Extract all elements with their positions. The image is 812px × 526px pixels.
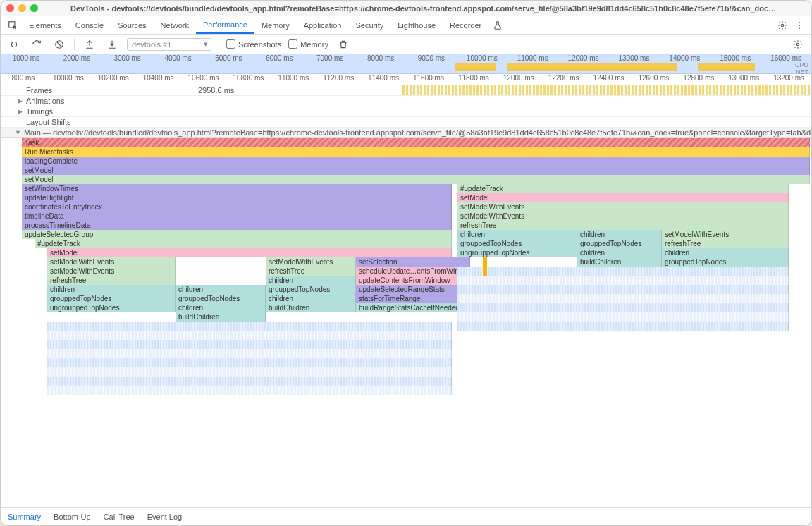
- flame-entry[interactable]: [47, 331, 452, 340]
- flame-entry[interactable]: children: [577, 248, 662, 257]
- main-thread-header[interactable]: ▼Main — devtools://devtools/bundled/devt…: [1, 128, 811, 138]
- minimize-icon[interactable]: [18, 4, 26, 12]
- flame-entry[interactable]: children: [577, 230, 662, 239]
- flame-entry[interactable]: #updateTrack: [457, 184, 789, 193]
- maximize-icon[interactable]: [30, 4, 38, 12]
- trash-icon[interactable]: [336, 37, 351, 52]
- details-tab-call-tree[interactable]: Call Tree: [104, 513, 135, 521]
- flame-entry[interactable]: Task: [22, 138, 810, 147]
- layout-shifts-track[interactable]: Layout Shifts: [1, 117, 811, 128]
- flame-entry[interactable]: [457, 312, 789, 322]
- capture-settings-gear-icon[interactable]: [790, 37, 806, 52]
- flame-entry[interactable]: children: [457, 230, 577, 239]
- flame-entry[interactable]: [457, 267, 789, 276]
- timeline-overview[interactable]: 1000 ms2000 ms3000 ms4000 ms5000 ms6000 …: [1, 54, 811, 74]
- gear-icon[interactable]: [775, 18, 790, 33]
- upload-icon[interactable]: [82, 37, 97, 52]
- flame-entry[interactable]: ungrouppedTopNodes: [47, 303, 176, 312]
- flame-entry[interactable]: buildRangeStatsCacheIfNeeded: [356, 303, 470, 312]
- flame-entry[interactable]: refreshTree: [662, 239, 789, 248]
- timings-track[interactable]: ▶Timings: [1, 106, 811, 117]
- flame-entry[interactable]: buildChildren: [176, 312, 266, 322]
- tab-network[interactable]: Network: [154, 16, 196, 34]
- flame-entry[interactable]: grouppedTopNodes: [577, 239, 662, 248]
- tab-lighthouse[interactable]: Lighthouse: [390, 16, 443, 34]
- flame-entry[interactable]: setModelWithEvents: [266, 257, 356, 267]
- flame-entry[interactable]: children: [662, 248, 789, 257]
- flame-entry[interactable]: refreshTree: [457, 221, 789, 230]
- flame-entry[interactable]: ungrouppedTopNodes: [457, 248, 577, 257]
- flame-entry[interactable]: [457, 294, 789, 303]
- flame-entry[interactable]: [47, 349, 452, 358]
- flame-entry[interactable]: children: [47, 285, 176, 294]
- flame-entry[interactable]: Run Microtasks: [22, 147, 810, 157]
- memory-checkbox[interactable]: Memory: [288, 39, 328, 49]
- flame-chart[interactable]: TaskRun MicrotasksloadingCompletesetMode…: [1, 138, 811, 507]
- flame-entry[interactable]: updateContentsFromWindow: [356, 276, 470, 285]
- flame-entry[interactable]: children: [266, 294, 356, 303]
- flame-entry[interactable]: [47, 377, 452, 386]
- flame-entry[interactable]: setModel: [22, 166, 810, 175]
- flame-entry[interactable]: setModelWithEvents: [457, 212, 789, 221]
- close-icon[interactable]: [6, 4, 14, 12]
- flame-entry[interactable]: statsForTimeRange: [356, 294, 470, 303]
- kebab-icon[interactable]: [792, 18, 807, 33]
- flame-entry[interactable]: [47, 340, 452, 349]
- tab-sources[interactable]: Sources: [111, 16, 153, 34]
- flame-entry[interactable]: timelineData: [22, 212, 452, 221]
- flame-entry[interactable]: refreshTree: [266, 267, 356, 276]
- tab-memory[interactable]: Memory: [254, 16, 297, 34]
- timeline-ruler[interactable]: 800 ms10000 ms10200 ms10400 ms10600 ms10…: [1, 74, 811, 85]
- details-tab-summary[interactable]: Summary: [8, 513, 41, 521]
- flame-entry[interactable]: updateHighlight: [22, 193, 452, 202]
- frames-track[interactable]: Frames 2958.6 ms: [1, 85, 811, 96]
- flame-entry[interactable]: children: [176, 303, 266, 312]
- profile-selector[interactable]: devtools #1: [127, 38, 211, 51]
- flame-entry[interactable]: grouppedTopNodes: [47, 294, 176, 303]
- flame-entry[interactable]: loadingComplete: [22, 157, 810, 166]
- flame-entry[interactable]: grouppedTopNodes: [662, 257, 789, 267]
- flame-entry[interactable]: updateSelectedGroup: [22, 230, 452, 239]
- flame-entry[interactable]: refreshTree: [47, 276, 176, 285]
- details-tab-event-log[interactable]: Event Log: [147, 513, 183, 521]
- reload-icon[interactable]: [29, 37, 44, 52]
- flame-entry[interactable]: setModelWithEvents: [47, 267, 176, 276]
- flame-entry[interactable]: [457, 322, 789, 331]
- download-icon[interactable]: [104, 37, 120, 52]
- flame-entry[interactable]: #updateTrack: [35, 239, 452, 248]
- flame-entry[interactable]: [457, 303, 789, 312]
- flame-entry[interactable]: setModel: [47, 248, 452, 257]
- screenshots-checkbox[interactable]: Screenshots: [226, 39, 281, 49]
- record-icon[interactable]: [6, 37, 22, 52]
- tab-performance[interactable]: Performance: [196, 16, 254, 34]
- tab-recorder[interactable]: Recorder: [443, 16, 488, 34]
- flame-entry[interactable]: setModelWithEvents: [662, 230, 789, 239]
- flame-entry[interactable]: coordinatesToEntryIndex: [22, 202, 452, 212]
- details-tab-bottom-up[interactable]: Bottom-Up: [54, 513, 91, 521]
- flame-entry[interactable]: [47, 322, 452, 331]
- tab-console[interactable]: Console: [68, 16, 111, 34]
- tab-elements[interactable]: Elements: [22, 16, 68, 34]
- flame-entry[interactable]: children: [176, 285, 266, 294]
- flame-entry[interactable]: grouppedTopNodes: [266, 285, 356, 294]
- flame-entry[interactable]: [47, 386, 452, 395]
- clear-icon[interactable]: [51, 37, 67, 52]
- flame-entry[interactable]: processTimelineData: [22, 221, 452, 230]
- flame-entry[interactable]: grouppedTopNodes: [176, 294, 266, 303]
- inspect-icon[interactable]: [5, 18, 20, 33]
- flame-entry[interactable]: [47, 367, 452, 377]
- flame-entry[interactable]: setModel: [457, 193, 789, 202]
- flame-entry[interactable]: setModelWithEvents: [47, 257, 176, 267]
- flame-entry[interactable]: buildChildren: [577, 257, 662, 267]
- tab-security[interactable]: Security: [348, 16, 390, 34]
- flame-entry[interactable]: scheduleUpdate…entsFromWindow: [356, 267, 470, 276]
- flame-entry[interactable]: buildChildren: [266, 303, 356, 312]
- flame-entry[interactable]: setModel: [22, 175, 810, 184]
- flame-entry[interactable]: [47, 358, 452, 367]
- flame-entry[interactable]: grouppedTopNodes: [457, 239, 577, 248]
- flame-entry[interactable]: [457, 285, 789, 294]
- flame-entry[interactable]: children: [266, 276, 356, 285]
- tab-application[interactable]: Application: [297, 16, 349, 34]
- flame-entry[interactable]: setSelection: [356, 257, 470, 267]
- animations-track[interactable]: ▶Animations: [1, 96, 811, 106]
